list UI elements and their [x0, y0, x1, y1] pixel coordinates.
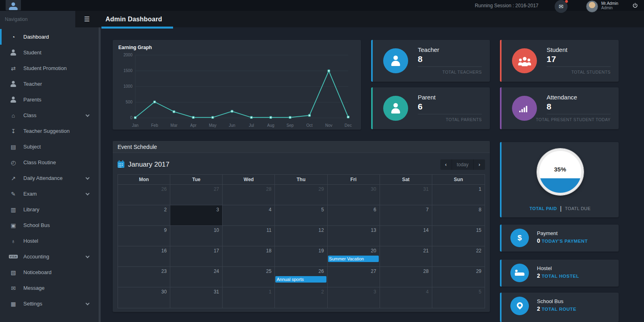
calendar-day-28[interactable]: 28 [223, 185, 275, 205]
parent-stat-card[interactable]: Parent 6 TOTAL PARENTS [371, 87, 490, 129]
calendar-day-21[interactable]: 21 [380, 246, 432, 267]
calendar-day-30[interactable]: 30 [328, 185, 380, 205]
calendar-day-3[interactable]: 3 [328, 287, 380, 308]
sidebar-item-class[interactable]: ⌂Class [0, 107, 99, 123]
calendar-day-29[interactable]: 29 [432, 267, 485, 287]
donut-legend: TOTAL PAID | TOATL DUE [502, 205, 619, 212]
calendar-day-31[interactable]: 31 [170, 287, 223, 308]
calendar-day-16[interactable]: 16 [118, 246, 170, 267]
calendar-day-1[interactable]: 1 [432, 185, 485, 205]
calendar-day-7[interactable]: 7 [380, 205, 432, 226]
calendar-day-25[interactable]: 25 [223, 267, 275, 287]
day-number: 21 [423, 248, 428, 254]
top-bar: Running Session : 2016-2017 ✉ Mr.Admin A… [0, 0, 644, 11]
sidebar-item-parents[interactable]: Parents [0, 92, 99, 107]
calendar-day-26[interactable]: 26 [118, 185, 170, 205]
calendar-day-27[interactable]: 27 [170, 185, 223, 205]
sidebar-item-class-routine[interactable]: ◴Class Routine [0, 155, 99, 170]
sidebar-item-teacher-suggestion[interactable]: ↧Teacher Suggestion [0, 123, 99, 139]
sidebar-item-subject[interactable]: ▤Subject [0, 139, 99, 155]
calendar-day-5[interactable]: 5 [275, 205, 327, 226]
calendar-day-12[interactable]: 12 [275, 226, 327, 246]
calendar-day-4[interactable]: 4 [380, 287, 432, 308]
svg-text:1500: 1500 [124, 68, 133, 73]
calendar-day-8[interactable]: 8 [432, 205, 485, 226]
calendar-day-11[interactable]: 11 [223, 226, 275, 246]
calendar-day-14[interactable]: 14 [380, 226, 432, 246]
power-icon[interactable] [632, 2, 638, 9]
calendar-day-13[interactable]: 13 [328, 226, 380, 246]
payment-card[interactable]: $ Payment 0TODAY'S PAYMENT [500, 225, 619, 252]
students-group-icon [512, 48, 537, 73]
calendar-day-2[interactable]: 2 [118, 205, 170, 226]
day-number: 28 [423, 268, 428, 274]
user-info[interactable]: Mr.Admin Admin [601, 1, 618, 10]
hostel-card[interactable]: Hostel 2TOTAL HOSTEL [500, 260, 619, 287]
day-number: 18 [266, 248, 271, 254]
sidebar-item-student[interactable]: Student [0, 45, 99, 60]
calendar-day-20[interactable]: 20Summer Vacation [328, 246, 380, 267]
calendar-day-2[interactable]: 2 [275, 287, 327, 308]
calendar-day-1[interactable]: 1 [223, 287, 275, 308]
calendar-day-29[interactable]: 29 [275, 185, 327, 205]
calendar-day-27[interactable]: 27 [328, 267, 380, 287]
calendar-event[interactable]: Summer Vacation [328, 256, 379, 262]
teacher-stat-card[interactable]: Teacher 8 TOTAL TEACHERS [371, 40, 490, 82]
sidebar-toggle-button[interactable]: ☰ [75, 11, 99, 27]
attendance-stat-card[interactable]: Attendance 8 TOTAL PRESENT STUDENT TODAY [500, 87, 619, 129]
svg-text:1000: 1000 [124, 84, 133, 89]
calendar-day-23[interactable]: 23 [118, 267, 170, 287]
graduate-logo-icon [9, 3, 18, 10]
calendar-day-28[interactable]: 28 [380, 267, 432, 287]
calendar-day-5[interactable]: 5 [432, 287, 485, 308]
stat-caption: TOTAL PARENTS [446, 117, 482, 122]
svg-text:Aug: Aug [267, 123, 275, 128]
day-number: 29 [318, 186, 324, 192]
app-logo[interactable] [6, 0, 21, 10]
student-stat-card[interactable]: Student 17 TOTAL STUDENTS [500, 40, 619, 82]
messages-button[interactable]: ✉ [555, 0, 568, 13]
sidebar-item-school-bus[interactable]: ▣School Bus [0, 217, 99, 233]
sidebar-item-settings[interactable]: ▦Settings [0, 296, 99, 312]
calendar-day-3[interactable]: 3 [170, 205, 223, 226]
sidebar-item-library[interactable]: ▥Library [0, 202, 99, 217]
calendar-day-26[interactable]: 26Annual sports [275, 267, 327, 287]
sidebar-item-message[interactable]: ✉Message [0, 280, 99, 296]
sidebar-item-label: Student Promotion [23, 65, 67, 71]
teacher-icon [9, 81, 18, 87]
calendar-next-button[interactable]: › [474, 159, 485, 170]
sidebar-item-label: Subject [23, 144, 41, 150]
calendar-day-24[interactable]: 24 [170, 267, 223, 287]
quick-card-title: School Bus [537, 298, 564, 304]
calendar-day-15[interactable]: 15 [432, 226, 485, 246]
stat-title: Student [547, 46, 568, 53]
calendar-prev-button[interactable]: ‹ [440, 159, 452, 170]
graduation-cap-icon: ✎ [9, 191, 18, 197]
sidebar-item-daily-attendance[interactable]: ↗Daily Attendance [0, 170, 99, 186]
calendar-day-10[interactable]: 10 [170, 226, 223, 246]
sidebar-item-hostel[interactable]: ♁Hostel [0, 233, 99, 249]
calendar-day-6[interactable]: 6 [328, 205, 380, 226]
stat-value: 6 [418, 102, 423, 111]
calendar-day-17[interactable]: 17 [170, 246, 223, 267]
school-bus-card[interactable]: School Bus 2TOTAL ROUTE [500, 293, 619, 322]
calendar-today-button[interactable]: today [452, 159, 474, 170]
sidebar-item-accounting[interactable]: VISAAccounting [0, 249, 99, 264]
notification-dot [565, 0, 568, 3]
calendar-day-4[interactable]: 4 [223, 205, 275, 226]
sidebar-item-teacher[interactable]: Teacher [0, 76, 99, 92]
calendar-day-31[interactable]: 31 [380, 185, 432, 205]
calendar-day-9[interactable]: 9 [118, 226, 170, 246]
calendar-event[interactable]: Annual sports [275, 276, 326, 283]
sidebar-item-student-promotion[interactable]: ⇄Student Promotion [0, 60, 99, 76]
paid-due-chart-card: 35% TOTAL PAID | TOATL DUE [500, 142, 619, 217]
calendar-day-22[interactable]: 22 [432, 246, 485, 267]
calendar-day-19[interactable]: 19 [275, 246, 327, 267]
calendar-day-18[interactable]: 18 [223, 246, 275, 267]
sidebar-item-noticeboard[interactable]: ▧Noticeboard [0, 264, 99, 280]
calendar-day-30[interactable]: 30 [118, 287, 170, 308]
user-avatar[interactable] [586, 0, 598, 12]
sidebar-item-exam[interactable]: ✎Exam [0, 186, 99, 202]
sidebar-item-dashboard[interactable]: ◔Dashboard [0, 29, 99, 45]
map-marker-icon [510, 297, 529, 315]
